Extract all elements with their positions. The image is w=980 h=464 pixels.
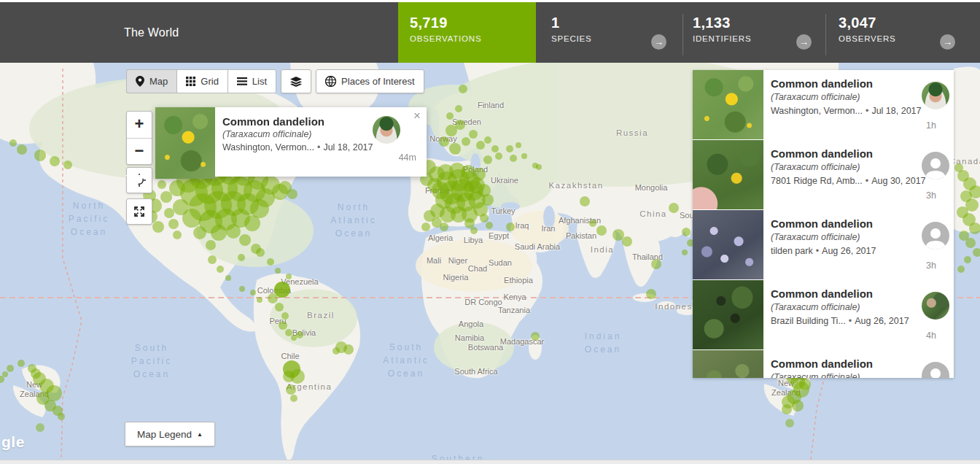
observation-dot[interactable] (239, 234, 251, 246)
map-view-button[interactable]: Map (126, 69, 176, 93)
observation-dot[interactable] (239, 286, 245, 292)
observation-card[interactable]: Common dandelion (Taraxacum officinale) … (693, 70, 954, 139)
observation-dot[interactable] (480, 214, 489, 223)
observation-dot[interactable] (152, 221, 164, 233)
list-view-button[interactable]: List (228, 69, 276, 93)
observation-dot[interactable] (472, 168, 486, 181)
observation-dot[interactable] (287, 189, 298, 199)
observation-photo[interactable] (693, 140, 763, 209)
observation-photo[interactable] (693, 350, 763, 378)
observation-dot[interactable] (256, 248, 265, 257)
observation-dot[interactable] (622, 236, 632, 247)
observation-dot[interactable] (476, 141, 485, 150)
tab-observers[interactable]: 3,047 OBSERVERS → (825, 2, 980, 63)
observation-dot[interactable] (421, 223, 430, 231)
observation-popup[interactable]: Common dandelion (Taraxacum officinale) … (155, 107, 427, 179)
fullscreen-button[interactable] (126, 198, 152, 225)
observation-dot[interactable] (506, 223, 515, 231)
observation-card[interactable]: Common dandelion (Taraxacum officinale) (693, 350, 954, 378)
bottom-scroll-bar[interactable] (0, 460, 980, 464)
observer-avatar[interactable] (922, 82, 949, 109)
observation-photo[interactable] (693, 70, 763, 139)
observer-avatar[interactable] (922, 292, 949, 320)
observation-dot[interactable] (275, 268, 281, 274)
observation-dot[interactable] (164, 208, 174, 218)
observation-dot[interactable] (682, 250, 688, 255)
observation-title[interactable]: Common dandelion (771, 77, 948, 90)
observation-dot[interactable] (238, 254, 245, 261)
observation-dot[interactable] (482, 194, 494, 206)
observation-dot[interactable] (464, 218, 475, 228)
observation-dot[interactable] (296, 331, 303, 339)
observation-dot[interactable] (225, 275, 231, 281)
observation-dot[interactable] (470, 227, 478, 234)
tab-species[interactable]: 1 SPECIES → (541, 2, 682, 63)
observation-dot[interactable] (36, 423, 44, 432)
observation-dot[interactable] (491, 145, 499, 152)
observation-dot[interactable] (285, 329, 292, 336)
observation-dot[interactable] (432, 182, 449, 199)
tab-observations[interactable]: 5,719 OBSERVATIONS (398, 2, 536, 63)
popup-avatar[interactable] (373, 116, 400, 144)
observation-dot[interactable] (50, 156, 60, 166)
popup-photo[interactable] (155, 107, 215, 179)
observation-dot[interactable] (2, 371, 8, 377)
observation-dot[interactable] (469, 130, 478, 139)
observation-dot[interactable] (158, 180, 166, 189)
observation-dot[interactable] (612, 229, 624, 241)
layers-button[interactable] (281, 69, 311, 93)
observations-sidebar[interactable]: Common dandelion (Taraxacum officinale) … (693, 70, 954, 378)
observation-dot[interactable] (957, 266, 965, 273)
observation-dot[interactable] (244, 215, 260, 231)
observation-dot[interactable] (446, 112, 454, 120)
observation-dot[interactable] (257, 297, 262, 303)
observation-dot[interactable] (486, 222, 493, 229)
observation-dot[interactable] (173, 231, 182, 239)
observation-dot[interactable] (495, 152, 502, 160)
observer-avatar[interactable] (922, 152, 949, 179)
map-legend-button[interactable]: Map Legend ▲ (125, 422, 215, 446)
observation-dot[interactable] (279, 321, 287, 330)
observation-dot[interactable] (440, 223, 448, 231)
observation-dot[interactable] (17, 144, 27, 155)
observation-dot[interactable] (651, 259, 661, 269)
observation-photo[interactable] (693, 280, 763, 349)
observation-dot[interactable] (439, 136, 449, 147)
zoom-out-button[interactable]: − (127, 138, 152, 164)
observation-dot[interactable] (268, 293, 278, 303)
observation-dot[interactable] (596, 225, 607, 236)
observation-dot[interactable] (18, 360, 25, 367)
observation-dot[interactable] (193, 226, 206, 239)
observation-dot[interactable] (286, 274, 292, 279)
observation-card[interactable]: Common dandelion (Taraxacum officinale) … (693, 210, 954, 279)
observer-avatar[interactable] (922, 222, 949, 250)
observation-title[interactable]: Common dandelion (771, 217, 948, 230)
observation-dot[interactable] (160, 191, 172, 203)
observation-card[interactable]: Common dandelion (Taraxacum officinale) … (693, 280, 954, 349)
observation-dot[interactable] (455, 120, 465, 130)
observation-dot[interactable] (290, 395, 298, 402)
grid-view-button[interactable]: Grid (176, 69, 228, 93)
observation-title[interactable]: Common dandelion (771, 147, 948, 160)
observation-dot[interactable] (646, 289, 656, 299)
observation-dot[interactable] (973, 248, 980, 257)
observation-dot[interactable] (250, 290, 256, 295)
observation-dot[interactable] (785, 419, 794, 428)
observation-dot[interactable] (267, 258, 274, 266)
observation-dot[interactable] (483, 155, 492, 164)
observation-dot[interactable] (449, 143, 461, 155)
species-arrow-icon[interactable]: → (651, 34, 666, 50)
observation-dot[interactable] (682, 228, 691, 236)
observation-dot[interactable] (332, 347, 340, 355)
observation-dot[interactable] (286, 384, 296, 395)
observation-dot[interactable] (28, 364, 36, 373)
observation-dot[interactable] (211, 225, 227, 241)
close-icon[interactable]: × (413, 109, 421, 123)
observation-dot[interactable] (7, 365, 14, 372)
observation-dot[interactable] (9, 139, 17, 147)
observation-dot[interactable] (58, 413, 65, 420)
observation-dot[interactable] (281, 312, 289, 320)
observation-dot[interactable] (506, 145, 513, 152)
observation-dot[interactable] (208, 255, 217, 264)
observation-dot[interactable] (459, 85, 467, 93)
